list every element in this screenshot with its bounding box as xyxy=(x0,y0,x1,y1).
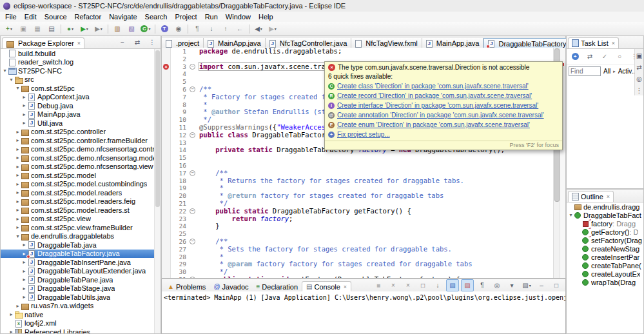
quickfix-item[interactable]: RCreate record 'Direction' in package 'c… xyxy=(325,91,562,101)
quickfix-item[interactable]: +Fix project setup... xyxy=(325,130,562,139)
tree-item[interactable]: ▸com.st.st25pc.controller xyxy=(1,128,155,137)
minimize-icon[interactable]: – xyxy=(535,279,548,291)
run-icon[interactable]: ▶▾ xyxy=(78,23,91,35)
outline-item[interactable]: createNewStag xyxy=(567,244,643,253)
display-selected-console-icon[interactable]: ▾ xyxy=(505,279,518,291)
mark-occurrences-icon[interactable]: ¶ xyxy=(191,23,204,35)
package-explorer-scrollbar[interactable] xyxy=(154,49,161,333)
outline-item[interactable]: createLayoutEx xyxy=(567,270,643,278)
new-wizard-icon[interactable]: +▾ xyxy=(3,23,15,35)
editor-tab[interactable]: NfcTagView.fxml xyxy=(351,38,422,48)
collapse-all-icon[interactable]: − xyxy=(116,36,129,48)
fold-icon[interactable]: − xyxy=(190,64,195,70)
pin-icon[interactable]: ◎ xyxy=(633,74,644,84)
outline-item[interactable]: ▾DraggableTabFact xyxy=(567,211,643,219)
tree-item[interactable]: ▸com.st.st25pc.view xyxy=(1,215,155,224)
panel-tab-console[interactable]: ▤Console× xyxy=(302,281,351,291)
outline-item[interactable]: Sfactory : Dragg xyxy=(567,219,643,228)
outline-tab[interactable]: Outline × xyxy=(568,191,614,202)
code-line[interactable]: 15 xyxy=(162,154,554,162)
more-icon[interactable]: ⋮ xyxy=(633,86,644,95)
tree-item[interactable]: ▸ru.vas7n.va.widgets xyxy=(1,302,155,311)
maximize-icon[interactable]: □ xyxy=(550,279,563,291)
sync-view-icon[interactable]: ⇄ xyxy=(633,63,644,72)
scrollbar-thumb[interactable] xyxy=(155,50,160,207)
tree-item[interactable]: log4j2.xml xyxy=(1,319,155,328)
tree-item[interactable]: ▸DraggableTabLayoutExtender.java xyxy=(1,267,155,276)
scope-all-label[interactable]: All xyxy=(603,68,610,75)
restore-icon[interactable]: ▣ xyxy=(633,51,644,61)
tree-item[interactable]: ▸Referenced Libraries xyxy=(1,328,155,333)
console-body[interactable]: <terminated> MainApp (1) [Java Applicati… xyxy=(162,291,565,333)
schedule-icon[interactable]: ○ xyxy=(613,50,626,63)
pin-console-icon[interactable]: ◎ xyxy=(491,279,503,291)
tree-item[interactable]: ▸com.st.st25pc.model xyxy=(1,171,155,180)
menu-file[interactable]: File xyxy=(1,12,21,21)
save-all-icon[interactable]: ▦ xyxy=(31,23,44,35)
view-menu-icon[interactable]: ⋮ xyxy=(146,36,159,48)
tree-item[interactable]: ▸com.st.st25pc.model.custombindings xyxy=(1,180,155,189)
tree-item[interactable]: ▸DraggableTabStage.java xyxy=(1,284,155,293)
last-edit-location-icon[interactable]: ← xyxy=(233,23,246,35)
package-explorer-tab[interactable]: Package Explorer × xyxy=(2,37,84,48)
editor-tab[interactable]: NfcTagController.java xyxy=(266,38,352,48)
tree-item[interactable]: ▸com.st.st25pc.view.frameBuilder xyxy=(1,223,155,232)
tree-item[interactable]: ▸MainApp.java xyxy=(1,110,155,119)
word-wrap-icon[interactable]: ¶ xyxy=(476,279,489,291)
tree-item[interactable]: ▸com.st.st25pc.model.readers.st xyxy=(1,206,155,215)
fold-icon[interactable]: − xyxy=(190,170,195,176)
new-java-class-icon[interactable]: C▾ xyxy=(139,23,152,35)
save-icon[interactable]: ▣ xyxy=(17,23,30,35)
quickfix-item[interactable]: @Create annotation 'Direction' in packag… xyxy=(325,110,562,120)
tree-item[interactable]: ▾com.st.st25pc xyxy=(1,84,155,93)
close-icon[interactable]: × xyxy=(607,193,610,200)
show-stdout-icon[interactable]: ▤ xyxy=(446,279,459,291)
forward-icon[interactable]: ▶▾ xyxy=(266,23,279,35)
fold-icon[interactable]: − xyxy=(190,239,195,244)
tree-item[interactable]: ▾ST25PC-NFC xyxy=(1,66,155,75)
tree-item[interactable]: build.fxbuild xyxy=(1,49,155,58)
menu-window[interactable]: Window xyxy=(222,12,255,21)
tree-item[interactable]: ▸DraggableTabInsertPane.java xyxy=(1,258,155,267)
coverage-icon[interactable]: ▥ xyxy=(111,23,124,35)
open-type-icon[interactable]: T xyxy=(158,23,171,35)
code-line[interactable]: 1package de.endrullis.draggabletabs; xyxy=(162,48,554,55)
close-icon[interactable]: × xyxy=(77,40,81,46)
outline-item[interactable]: SgetFactory() : D xyxy=(567,228,643,236)
code-line[interactable]: 24 } xyxy=(162,222,554,230)
tree-item[interactable]: ▸DraggableTab.java xyxy=(1,241,155,250)
open-console-icon[interactable]: ▤▾ xyxy=(520,279,533,291)
tree-item[interactable]: ▸native xyxy=(1,310,155,319)
next-annotation-icon[interactable]: ↓ xyxy=(205,23,218,35)
new-task-icon[interactable]: + xyxy=(569,50,581,63)
tree-item[interactable]: ▸DraggableTabPane.java xyxy=(1,275,155,284)
quickfix-item[interactable]: ECreate enum 'Direction' in package 'com… xyxy=(325,120,562,130)
editor-tab[interactable]: .project xyxy=(162,38,204,48)
code-line[interactable]: 31− public static void setFactory(Dragga… xyxy=(162,276,554,278)
outline-item[interactable]: wrapTab(Drag xyxy=(567,278,643,286)
task-find-input[interactable] xyxy=(569,66,601,76)
tree-item[interactable]: ▸DraggableTabFactory.java xyxy=(1,250,155,259)
tree-item[interactable]: ▸DraggableTabUtils.java xyxy=(1,293,155,302)
menu-search[interactable]: Search xyxy=(141,12,171,21)
external-tools-icon[interactable]: ▶▾ xyxy=(92,23,105,35)
fold-icon[interactable]: − xyxy=(190,132,195,138)
synchronize-icon[interactable]: ⇄ xyxy=(583,50,596,63)
tree-item[interactable]: ▾de.endrullis.draggabletabs xyxy=(1,232,155,241)
menu-navigate[interactable]: Navigate xyxy=(105,12,141,21)
link-with-editor-icon[interactable]: ⇄ xyxy=(131,36,144,48)
remove-launch-icon[interactable]: × xyxy=(387,279,400,291)
back-icon[interactable]: ◀▾ xyxy=(252,23,265,35)
panel-tab-problems[interactable]: ▲Problems xyxy=(164,281,210,291)
show-stderr-icon[interactable]: ▤ xyxy=(461,279,474,291)
completed-filter-icon[interactable]: ✓ xyxy=(598,50,611,63)
menu-help[interactable]: Help xyxy=(255,12,277,21)
tree-item[interactable]: ▸com.st.st25pc.demo.nfcsensortag.control… xyxy=(1,145,155,154)
tree-item[interactable]: ▸Util.java xyxy=(1,119,155,128)
tree-item[interactable]: reader_switch.log xyxy=(1,58,155,67)
menu-edit[interactable]: Edit xyxy=(21,12,41,21)
tree-item[interactable]: ▸com.st.st25pc.model.readers xyxy=(1,188,155,197)
tree-item[interactable]: ▸com.st.st25pc.model.readers.feig xyxy=(1,197,155,206)
outline-item[interactable]: SsetFactory(Drag xyxy=(567,236,643,244)
menu-run[interactable]: Run xyxy=(201,12,222,21)
